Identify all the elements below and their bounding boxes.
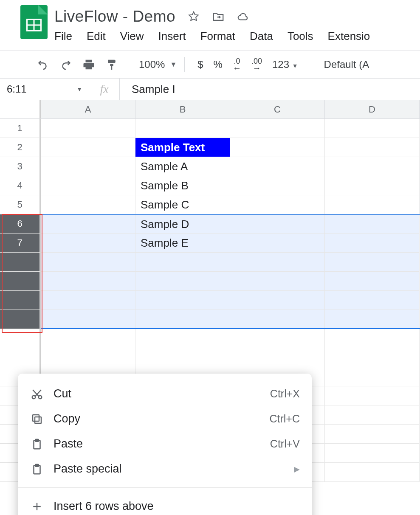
format-currency-button[interactable]: $ bbox=[192, 59, 208, 70]
cell[interactable] bbox=[41, 119, 135, 138]
cell[interactable] bbox=[230, 272, 325, 291]
cell[interactable] bbox=[325, 195, 420, 214]
cell[interactable]: Sample A bbox=[135, 157, 230, 176]
increase-decimal-button[interactable]: .00→ bbox=[246, 58, 267, 71]
cell[interactable] bbox=[230, 348, 325, 367]
cell[interactable] bbox=[325, 444, 420, 463]
cell[interactable] bbox=[325, 367, 420, 386]
cell[interactable]: Sample B bbox=[135, 176, 230, 195]
cell[interactable] bbox=[325, 425, 420, 444]
cell[interactable] bbox=[41, 157, 135, 176]
column-header-c[interactable]: C bbox=[230, 100, 325, 118]
cell[interactable] bbox=[135, 291, 230, 310]
cell[interactable] bbox=[325, 253, 420, 272]
cell[interactable] bbox=[325, 329, 420, 348]
cell[interactable] bbox=[325, 405, 420, 425]
star-icon[interactable] bbox=[187, 10, 200, 23]
number-format-select[interactable]: 123 ▼ bbox=[267, 59, 303, 70]
zoom-select[interactable]: 100%▼ bbox=[139, 59, 177, 70]
context-menu-paste-special[interactable]: Paste special ▶ bbox=[18, 456, 312, 481]
cell[interactable] bbox=[325, 291, 420, 310]
cell[interactable] bbox=[135, 348, 230, 367]
document-title[interactable]: LiveFlow - Demo bbox=[54, 8, 175, 25]
menu-tools[interactable]: Tools bbox=[288, 30, 313, 43]
select-all-corner[interactable] bbox=[0, 100, 41, 118]
cell[interactable] bbox=[135, 272, 230, 291]
cell[interactable] bbox=[325, 215, 420, 234]
column-header-b[interactable]: B bbox=[135, 100, 230, 118]
cell[interactable] bbox=[230, 291, 325, 310]
cell[interactable] bbox=[325, 463, 420, 482]
print-button[interactable] bbox=[77, 58, 100, 71]
menu-data[interactable]: Data bbox=[250, 30, 273, 43]
context-menu-cut[interactable]: Cut Ctrl+X bbox=[18, 381, 312, 406]
cell[interactable] bbox=[325, 119, 420, 138]
cell[interactable] bbox=[230, 310, 325, 328]
row-header[interactable] bbox=[0, 348, 41, 367]
cell[interactable]: Sample Text bbox=[135, 138, 230, 157]
row-header[interactable]: 5 bbox=[0, 195, 41, 214]
name-box[interactable]: 6:11▼ bbox=[0, 83, 89, 95]
cell[interactable] bbox=[41, 215, 135, 234]
menu-file[interactable]: File bbox=[54, 30, 72, 43]
cell[interactable] bbox=[41, 138, 135, 157]
cell[interactable]: Sample E bbox=[135, 234, 230, 253]
row-header[interactable]: 6 bbox=[0, 214, 41, 234]
formula-bar-input[interactable]: Sample I bbox=[120, 83, 175, 96]
row-header[interactable] bbox=[0, 310, 41, 329]
cell[interactable] bbox=[41, 253, 135, 272]
menu-extensions[interactable]: Extensio bbox=[328, 30, 370, 43]
cell[interactable] bbox=[135, 329, 230, 348]
cell[interactable] bbox=[230, 176, 325, 195]
move-to-folder-icon[interactable] bbox=[212, 10, 225, 23]
sheets-logo-icon[interactable] bbox=[20, 5, 48, 39]
cell[interactable] bbox=[230, 253, 325, 272]
format-percent-button[interactable]: % bbox=[209, 59, 228, 70]
cell[interactable] bbox=[41, 176, 135, 195]
cell[interactable] bbox=[135, 253, 230, 272]
cell[interactable]: Sample D bbox=[135, 215, 230, 234]
cell[interactable] bbox=[41, 329, 135, 348]
cell[interactable] bbox=[41, 310, 135, 328]
row-header[interactable]: 7 bbox=[0, 234, 41, 253]
cell[interactable] bbox=[325, 234, 420, 253]
row-header[interactable]: 3 bbox=[0, 157, 41, 176]
cell[interactable] bbox=[41, 291, 135, 310]
cell[interactable]: Sample C bbox=[135, 195, 230, 214]
column-header-a[interactable]: A bbox=[41, 100, 135, 118]
row-header[interactable]: 1 bbox=[0, 119, 41, 138]
row-header[interactable] bbox=[0, 291, 41, 310]
column-header-d[interactable]: D bbox=[325, 100, 420, 118]
row-header[interactable]: 2 bbox=[0, 138, 41, 157]
undo-button[interactable] bbox=[31, 58, 54, 71]
font-select[interactable]: Default (A bbox=[319, 59, 375, 70]
cell[interactable] bbox=[325, 157, 420, 176]
cell[interactable] bbox=[135, 119, 230, 138]
context-menu-paste[interactable]: Paste Ctrl+V bbox=[18, 431, 312, 456]
cell[interactable] bbox=[230, 234, 325, 253]
cell[interactable] bbox=[230, 138, 325, 157]
cell[interactable] bbox=[230, 329, 325, 348]
cell[interactable] bbox=[41, 195, 135, 214]
menu-edit[interactable]: Edit bbox=[87, 30, 106, 43]
cell[interactable] bbox=[230, 195, 325, 214]
cell[interactable] bbox=[41, 348, 135, 367]
cell[interactable] bbox=[230, 157, 325, 176]
row-header[interactable] bbox=[0, 329, 41, 348]
row-header[interactable]: 4 bbox=[0, 176, 41, 195]
row-header[interactable] bbox=[0, 253, 41, 272]
context-menu-insert-above[interactable]: Insert 6 rows above bbox=[18, 494, 312, 515]
cell[interactable] bbox=[325, 310, 420, 328]
context-menu-copy[interactable]: Copy Ctrl+C bbox=[18, 406, 312, 431]
cell[interactable] bbox=[41, 234, 135, 253]
cell[interactable] bbox=[325, 176, 420, 195]
cell[interactable] bbox=[230, 215, 325, 234]
menu-insert[interactable]: Insert bbox=[158, 30, 186, 43]
cell[interactable] bbox=[325, 138, 420, 157]
cloud-status-icon[interactable] bbox=[237, 10, 249, 23]
spreadsheet-grid[interactable]: A B C D 1 2 Sample Text 3 Sample A 4 Sam… bbox=[0, 100, 420, 515]
decrease-decimal-button[interactable]: .0← bbox=[228, 58, 246, 71]
cell[interactable] bbox=[325, 272, 420, 291]
menu-view[interactable]: View bbox=[120, 30, 144, 43]
cell[interactable] bbox=[325, 386, 420, 405]
